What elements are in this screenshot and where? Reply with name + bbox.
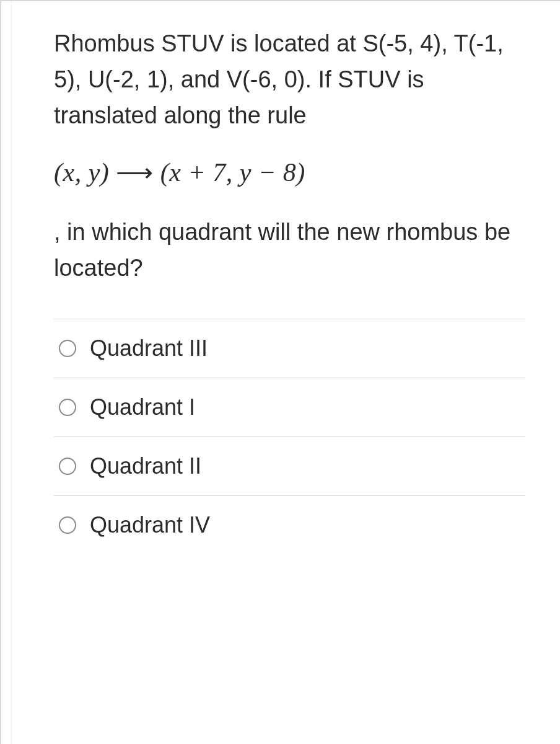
option-label: Quadrant I: [90, 394, 195, 420]
option-label: Quadrant III: [90, 335, 208, 361]
option-row[interactable]: Quadrant I: [54, 378, 525, 436]
question-container: Rhombus STUV is located at S(-5, 4), T(-…: [11, 1, 560, 744]
formula-rhs: (x + 7, y − 8): [160, 158, 305, 187]
option-row[interactable]: Quadrant III: [54, 319, 525, 378]
option-label: Quadrant II: [90, 453, 201, 479]
question-followup: , in which quadrant will the new rhombus…: [54, 215, 525, 286]
option-label: Quadrant IV: [90, 512, 210, 538]
arrow-icon: ⟶: [116, 158, 154, 187]
formula-lhs: (x, y): [54, 158, 109, 187]
options-list: Quadrant III Quadrant I Quadrant II Quad…: [54, 319, 525, 554]
radio-icon[interactable]: [59, 516, 76, 534]
radio-icon[interactable]: [59, 340, 76, 357]
question-prompt: Rhombus STUV is located at S(-5, 4), T(-…: [54, 26, 525, 133]
translation-rule-formula: (x, y) ⟶ (x + 7, y − 8): [54, 157, 525, 187]
radio-icon[interactable]: [59, 458, 76, 475]
option-row[interactable]: Quadrant IV: [54, 495, 525, 554]
radio-icon[interactable]: [59, 399, 76, 416]
option-row[interactable]: Quadrant II: [54, 436, 525, 495]
